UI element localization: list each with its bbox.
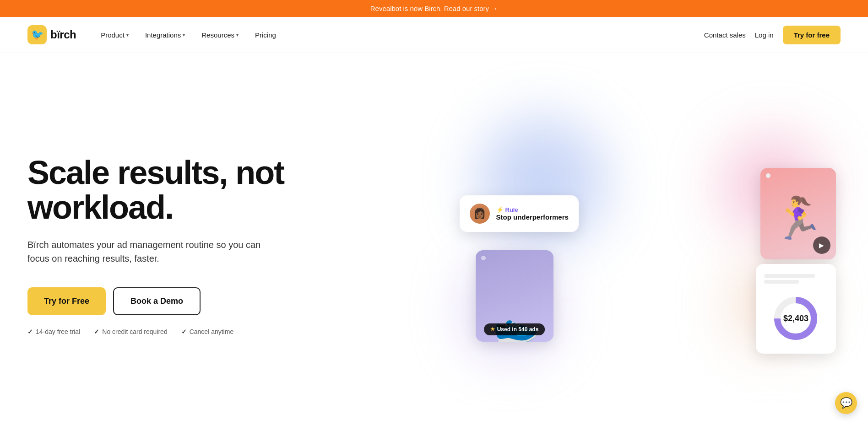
chat-support-button[interactable]: 💬 [835,392,857,414]
logo-icon: 🐦 [27,25,47,44]
fitness-figure: 🏃‍♀️ [772,198,824,239]
rule-card: 👩🏾 ⚡ Rule Stop underperformers [460,195,579,232]
logo[interactable]: 🐦 bïrch [27,25,76,44]
chevron-down-icon: ▾ [236,32,239,38]
rule-card-text: ⚡ Rule Stop underperformers [496,206,569,221]
badge-no-card: ✓ No credit card required [94,328,167,335]
donut-line-long [764,274,815,278]
hero-section: Scale results, not workload. Bïrch autom… [0,53,868,425]
nav-pricing[interactable]: Pricing [249,27,282,43]
shoe-card-dot [481,256,486,260]
donut-chart-card: $2,403 [756,264,836,354]
nav-right: Contact sales Log in Try for free [704,26,841,44]
nav-try-free-button[interactable]: Try for free [783,26,841,44]
star-icon: ★ [490,326,495,332]
try-for-free-button[interactable]: Try for Free [27,287,106,315]
chevron-down-icon: ▾ [126,32,129,38]
chat-icon: 💬 [840,397,852,409]
check-icon: ✓ [27,328,33,335]
fitness-card-dot [766,173,770,178]
donut-line-short [764,280,799,284]
check-icon: ✓ [94,328,99,335]
used-in-ads-badge: ★ Used in 540 ads [484,323,545,335]
donut-header-lines [764,274,828,286]
navbar: 🐦 bïrch Product ▾ Integrations ▾ Resourc… [0,17,868,53]
book-demo-button[interactable]: Book a Demo [113,287,201,315]
hero-buttons: Try for Free Book a Demo [27,287,432,315]
login-link[interactable]: Log in [755,31,774,39]
nav-resources[interactable]: Resources ▾ [195,27,245,43]
fitness-ad-card: 🏃‍♀️ ▶ [760,168,836,259]
nav-integrations[interactable]: Integrations ▾ [139,27,191,43]
donut-chart: $2,403 [770,293,821,344]
nav-links: Product ▾ Integrations ▾ Resources ▾ Pri… [94,27,704,43]
hero-left: Scale results, not workload. Bïrch autom… [27,156,450,335]
hero-trust-badges: ✓ 14-day free trial ✓ No credit card req… [27,328,432,335]
logo-text: bïrch [50,28,76,41]
play-button[interactable]: ▶ [813,237,830,254]
rule-description: Stop underperformers [496,213,569,221]
hero-right: 👩🏾 ⚡ Rule Stop underperformers 🏃‍♀️ ▶ 👟 [450,108,841,383]
chevron-down-icon: ▾ [183,32,185,38]
donut-value: $2,403 [783,313,808,323]
announcement-banner[interactable]: Revealbot is now Birch. Read our story → [0,0,868,17]
badge-trial: ✓ 14-day free trial [27,328,80,335]
hero-title: Scale results, not workload. [27,156,432,225]
lightning-icon: ⚡ [496,206,504,213]
banner-text: Revealbot is now Birch. Read our story → [370,5,498,12]
rule-label: ⚡ Rule [496,206,569,213]
nav-product[interactable]: Product ▾ [94,27,135,43]
contact-sales-link[interactable]: Contact sales [704,31,746,39]
badge-cancel: ✓ Cancel anytime [181,328,234,335]
shoe-product-card: 👟 ★ Used in 540 ads [476,250,553,342]
avatar: 👩🏾 [470,204,490,224]
check-icon: ✓ [181,328,187,335]
hero-subtitle: Bïrch automates your ad management routi… [27,238,266,265]
